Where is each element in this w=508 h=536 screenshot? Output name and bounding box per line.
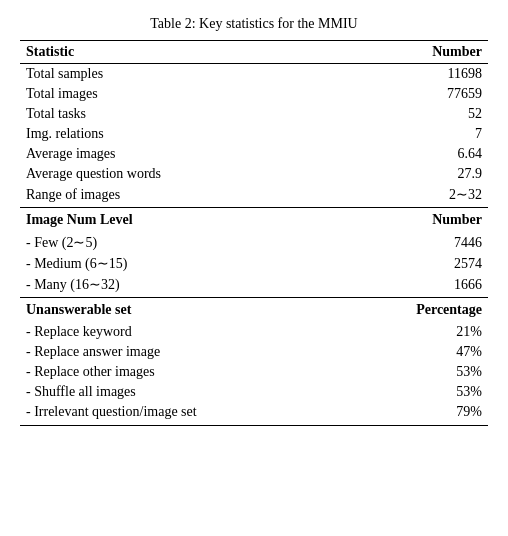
cell-stat-0-5: Average question words	[20, 164, 348, 184]
section-header-row-1: Image Num LevelNumber	[20, 208, 488, 233]
data-row-1-2: - Many (16∼32)1666	[20, 274, 488, 298]
cell-num-0-4: 6.64	[348, 144, 488, 164]
cell-stat-0-6: Range of images	[20, 184, 348, 208]
data-row-2-4: - Irrelevant question/image set79%	[20, 402, 488, 426]
cell-num-2-3: 53%	[348, 382, 488, 402]
data-row-2-2: - Replace other images53%	[20, 362, 488, 382]
cell-stat-2-1: - Replace answer image	[20, 342, 348, 362]
cell-num-1-1: 2574	[348, 253, 488, 274]
cell-num-0-3: 7	[348, 124, 488, 144]
cell-num-2-4: 79%	[348, 402, 488, 426]
data-row-0-5: Average question words27.9	[20, 164, 488, 184]
section-header-num-2: Percentage	[348, 298, 488, 323]
cell-stat-0-3: Img. relations	[20, 124, 348, 144]
data-row-2-3: - Shuffle all images53%	[20, 382, 488, 402]
cell-stat-1-2: - Many (16∼32)	[20, 274, 348, 298]
data-row-0-2: Total tasks52	[20, 104, 488, 124]
cell-stat-0-1: Total images	[20, 84, 348, 104]
statistics-table: Statistic Number Total samples11698Total…	[20, 40, 488, 426]
cell-stat-0-4: Average images	[20, 144, 348, 164]
section-header-num-1: Number	[348, 208, 488, 233]
cell-num-0-1: 77659	[348, 84, 488, 104]
cell-num-2-1: 47%	[348, 342, 488, 362]
table-container: Table 2: Key statistics for the MMIU Sta…	[20, 16, 488, 426]
cell-stat-1-1: - Medium (6∼15)	[20, 253, 348, 274]
cell-stat-1-0: - Few (2∼5)	[20, 232, 348, 253]
section-header-stat-1: Image Num Level	[20, 208, 348, 233]
table-header-row: Statistic Number	[20, 41, 488, 64]
cell-num-2-2: 53%	[348, 362, 488, 382]
header-statistic: Statistic	[20, 41, 348, 64]
cell-num-0-2: 52	[348, 104, 488, 124]
data-row-1-0: - Few (2∼5)7446	[20, 232, 488, 253]
cell-num-0-0: 11698	[348, 64, 488, 85]
data-row-0-3: Img. relations7	[20, 124, 488, 144]
cell-stat-0-2: Total tasks	[20, 104, 348, 124]
cell-stat-0-0: Total samples	[20, 64, 348, 85]
cell-num-0-5: 27.9	[348, 164, 488, 184]
cell-stat-2-3: - Shuffle all images	[20, 382, 348, 402]
cell-num-0-6: 2∼32	[348, 184, 488, 208]
cell-stat-2-2: - Replace other images	[20, 362, 348, 382]
section-header-stat-2: Unanswerable set	[20, 298, 348, 323]
data-row-0-6: Range of images2∼32	[20, 184, 488, 208]
cell-stat-2-0: - Replace keyword	[20, 322, 348, 342]
cell-num-1-2: 1666	[348, 274, 488, 298]
data-row-1-1: - Medium (6∼15)2574	[20, 253, 488, 274]
cell-num-1-0: 7446	[348, 232, 488, 253]
data-row-2-1: - Replace answer image47%	[20, 342, 488, 362]
table-caption: Table 2: Key statistics for the MMIU	[20, 16, 488, 32]
data-row-0-1: Total images77659	[20, 84, 488, 104]
section-header-row-2: Unanswerable setPercentage	[20, 298, 488, 323]
data-row-0-0: Total samples11698	[20, 64, 488, 85]
cell-stat-2-4: - Irrelevant question/image set	[20, 402, 348, 426]
cell-num-2-0: 21%	[348, 322, 488, 342]
header-number: Number	[348, 41, 488, 64]
data-row-0-4: Average images6.64	[20, 144, 488, 164]
data-row-2-0: - Replace keyword21%	[20, 322, 488, 342]
